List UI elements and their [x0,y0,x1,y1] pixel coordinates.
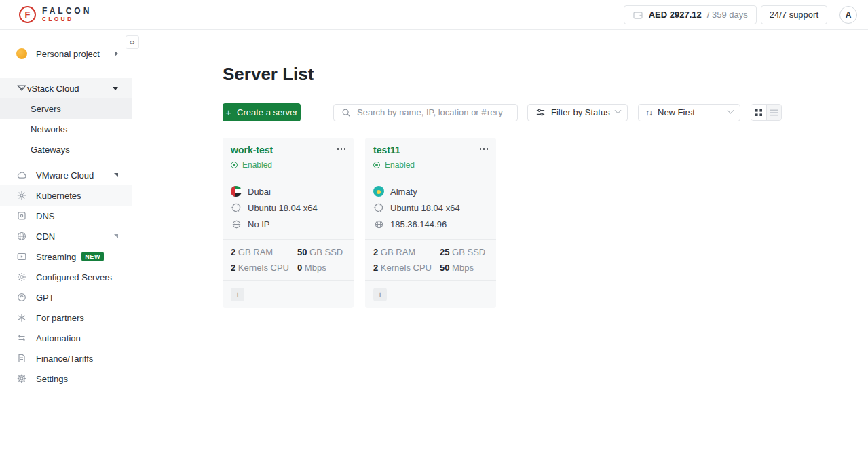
sidebar-item-automation[interactable]: Automation [0,328,132,348]
sidebar-item-label: GPT [36,293,54,303]
server-specs: 2 GB RAM 50 GB SSD 2 Kernels CPU 0 Mbps [223,239,354,280]
card-menu-icon[interactable] [480,145,489,150]
search-icon [341,107,352,118]
chevron-down-icon [113,87,118,90]
gpt-icon [16,292,27,303]
filter-by-status-dropdown[interactable]: Filter by Status [527,104,628,121]
logo-title: FALCON [42,7,92,16]
logo-letter: F [25,10,31,20]
support-button[interactable]: 24/7 support [761,5,827,24]
create-server-label: Create a server [237,107,298,117]
falcon-logo-icon: F [19,6,36,23]
sidebar-item-streaming[interactable]: Streaming NEW [0,246,132,267]
server-card-work-test: work-test Enabled Dubai [223,138,354,308]
spec-ssd: 50 GB SSD [297,247,345,257]
server-location-row: Dubai [231,183,345,200]
spec-ssd: 25 GB SSD [440,247,488,257]
page-title: Server List [223,64,868,85]
logo-subtitle: CLOUD [42,16,92,23]
sidebar-item-networks[interactable]: Networks [0,119,132,139]
chevron-down-icon [728,107,734,114]
server-ip-row: 185.36.144.96 [373,216,488,232]
server-location-row: Almaty [373,183,488,200]
sidebar-item-label: Configured Servers [36,272,112,282]
sidebar-item-label: Settings [36,374,68,384]
plus-icon: + [377,290,383,299]
sidebar-item-kubernetes[interactable]: Kubernetes [0,185,132,206]
os-label: Ubuntu 18.04 x64 [248,203,318,213]
sidebar-item-label: CDN [36,231,55,242]
configured-servers-icon [16,271,27,282]
server-specs: 2 GB RAM 25 GB SSD 2 Kernels CPU 50 Mbps [365,239,496,280]
chevron-down-icon [615,107,622,114]
sidebar-item-finance-tariffs[interactable]: Finance/Tariffs [0,348,132,369]
ubuntu-icon [231,202,242,213]
streaming-icon [16,251,27,262]
add-tag-button[interactable]: + [231,288,244,301]
sidebar-section-vstack-cloud[interactable]: vStack Cloud [0,78,132,98]
ip-label: No IP [248,219,270,229]
sidebar-item-label: Networks [31,124,67,134]
sort-arrows-icon: ↑↓ [645,108,652,117]
sidebar-item-label: Servers [31,104,61,114]
sort-dropdown[interactable]: ↑↓ New First [638,104,740,121]
chevron-right-icon [115,51,118,56]
create-server-button[interactable]: + Create a server [223,103,301,121]
server-cards: work-test Enabled Dubai [223,138,868,308]
kubernetes-icon [16,190,27,201]
dns-icon [16,210,27,221]
sidebar-collapse-button[interactable]: ‹› [126,35,139,49]
status-dot-icon [373,162,380,168]
section-label: vStack Cloud [27,83,79,94]
grid-view-button[interactable] [751,105,766,120]
cloud-icon [16,170,27,181]
sidebar-item-settings[interactable]: Settings [0,369,132,389]
sidebar-project-selector[interactable]: Personal project [0,43,132,64]
server-name-link[interactable]: work-test [231,145,273,155]
plus-icon: + [225,107,231,117]
project-avatar-icon [16,48,27,59]
top-header: F FALCON CLOUD AED 2927.12 / 359 days 24… [0,0,868,30]
server-card-test11: test11 Enabled Almaty [365,138,496,308]
spec-ram: 2 GB RAM [373,247,440,257]
card-menu-icon[interactable] [337,145,346,150]
view-toggle [751,104,782,121]
sidebar-item-label: DNS [36,211,54,221]
collapsed-triangle-icon [114,173,118,177]
new-badge: NEW [81,252,104,261]
sidebar-item-label: Automation [36,333,81,343]
user-avatar[interactable]: A [839,6,857,24]
server-name-link[interactable]: test11 [373,145,400,155]
spec-bandwidth: 0 Mbps [297,263,345,273]
plus-icon: + [235,290,240,299]
sidebar-item-configured-servers[interactable]: Configured Servers [0,267,132,287]
server-status: Enabled [373,160,488,170]
sidebar-item-vmware-cloud[interactable]: VMware Cloud [0,165,132,185]
balance-button[interactable]: AED 2927.12 / 359 days [624,5,757,24]
sidebar-item-for-partners[interactable]: For partners [0,307,132,328]
server-os-row: Ubuntu 18.04 x64 [231,200,345,216]
sidebar-item-servers[interactable]: Servers [0,98,132,119]
search-input[interactable] [357,107,510,117]
support-label: 24/7 support [770,10,818,20]
sidebar-item-label: VMware Cloud [36,170,94,181]
add-tag-button[interactable]: + [373,288,387,301]
list-view-button[interactable] [766,105,781,120]
sidebar-item-label: Finance/Tariffs [36,354,93,364]
status-label: Enabled [242,160,272,170]
search-box[interactable] [333,104,518,121]
spec-bandwidth: 50 Mbps [440,263,488,273]
sidebar-item-dns[interactable]: DNS [0,206,132,226]
collapsed-triangle-icon [114,234,118,238]
sidebar-item-label: For partners [36,313,84,323]
sidebar-item-gpt[interactable]: GPT [0,287,132,307]
falcon-cloud-logo[interactable]: F FALCON CLOUD [19,6,92,23]
server-ip-row: No IP [231,216,345,232]
ip-label: 185.36.144.96 [390,219,447,229]
uae-flag-icon [231,186,242,197]
sidebar-item-gateways[interactable]: Gateways [0,139,132,160]
sidebar-item-cdn[interactable]: CDN [0,226,132,246]
globe-icon [373,219,384,229]
wallet-icon [633,10,643,20]
balance-days: / 359 days [707,10,748,20]
